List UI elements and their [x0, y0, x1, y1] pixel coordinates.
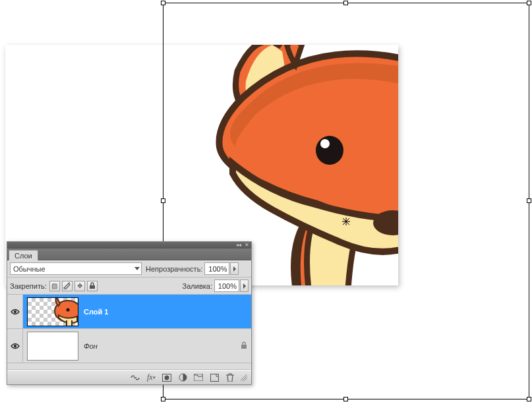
opacity-label: Непрозрачность: — [146, 265, 202, 273]
transform-handle-tl[interactable] — [161, 1, 165, 5]
tab-layers[interactable]: Слои — [9, 250, 38, 260]
opacity-stepper[interactable] — [230, 262, 239, 275]
layer-row[interactable]: Слой 1 — [7, 295, 251, 329]
lock-label: Закрепить: — [10, 282, 47, 290]
svg-point-3 — [320, 139, 330, 148]
transform-handle-mr[interactable] — [527, 198, 531, 203]
svg-point-12 — [13, 344, 16, 347]
eye-icon — [11, 343, 20, 349]
svg-rect-8 — [90, 285, 95, 289]
svg-point-11 — [67, 308, 70, 311]
panel-tab-row: Слои — [7, 249, 251, 260]
lock-icons: ▨ ✥ — [49, 281, 98, 291]
lock-pixels-icon[interactable] — [62, 281, 73, 291]
panel-close-icon[interactable]: ✕ — [243, 243, 250, 248]
lock-transparency-icon[interactable]: ▨ — [49, 281, 60, 291]
layer-visibility-toggle[interactable] — [7, 329, 23, 363]
layer-row[interactable]: Фон — [7, 329, 251, 363]
layer-thumbnail[interactable] — [27, 297, 78, 326]
opacity-input[interactable]: 100% — [204, 262, 229, 275]
fill-input[interactable]: 100% — [214, 280, 239, 292]
layer-mask-icon[interactable] — [162, 372, 172, 383]
chevron-down-icon — [134, 267, 140, 270]
blend-mode-value: Обычные — [13, 265, 45, 273]
transform-handle-br[interactable] — [527, 397, 531, 401]
blend-opacity-row: Обычные Непрозрачность: 100% — [7, 260, 251, 278]
layers-panel: ◂◂ ✕ Слои Обычные Непрозрачность: 100% З… — [7, 241, 252, 385]
panel-footer: fx▾ — [7, 370, 251, 384]
svg-rect-13 — [241, 345, 247, 349]
transform-handle-bl[interactable] — [161, 397, 165, 401]
svg-point-9 — [13, 310, 16, 312]
transform-handle-bm[interactable] — [343, 397, 348, 401]
adjustment-layer-icon[interactable] — [177, 372, 188, 383]
panel-resize-grip[interactable] — [241, 374, 247, 381]
transform-handle-tm[interactable] — [343, 1, 348, 5]
delete-layer-icon[interactable] — [225, 372, 235, 383]
layer-visibility-toggle[interactable] — [7, 295, 23, 328]
layer-list: Слой 1 Фон — [7, 295, 251, 370]
svg-point-15 — [165, 375, 169, 380]
lock-position-icon[interactable]: ✥ — [74, 281, 85, 291]
svg-rect-17 — [210, 374, 218, 381]
fill-stepper[interactable] — [240, 280, 249, 292]
panel-titlebar[interactable]: ◂◂ ✕ — [7, 242, 251, 249]
lock-icon — [241, 341, 247, 351]
layer-name: Слой 1 — [84, 308, 108, 316]
new-group-icon[interactable] — [193, 372, 204, 383]
lock-fill-row: Закрепить: ▨ ✥ Заливка: 100% — [7, 278, 251, 295]
fox-thumbnail-icon — [42, 298, 78, 326]
svg-point-2 — [316, 136, 343, 165]
panel-collapse-icon[interactable]: ◂◂ — [235, 243, 242, 248]
new-layer-icon[interactable] — [209, 372, 220, 383]
link-layers-icon[interactable] — [130, 372, 140, 383]
transform-handle-tr[interactable] — [527, 1, 531, 5]
eye-icon — [11, 309, 20, 315]
layer-name: Фон — [84, 342, 98, 350]
blend-mode-select[interactable]: Обычные — [10, 262, 142, 275]
layer-thumbnail[interactable] — [27, 332, 78, 361]
lock-all-icon[interactable] — [87, 281, 98, 291]
layer-fx-icon[interactable]: fx▾ — [146, 372, 156, 383]
fill-label: Заливка: — [183, 282, 212, 290]
